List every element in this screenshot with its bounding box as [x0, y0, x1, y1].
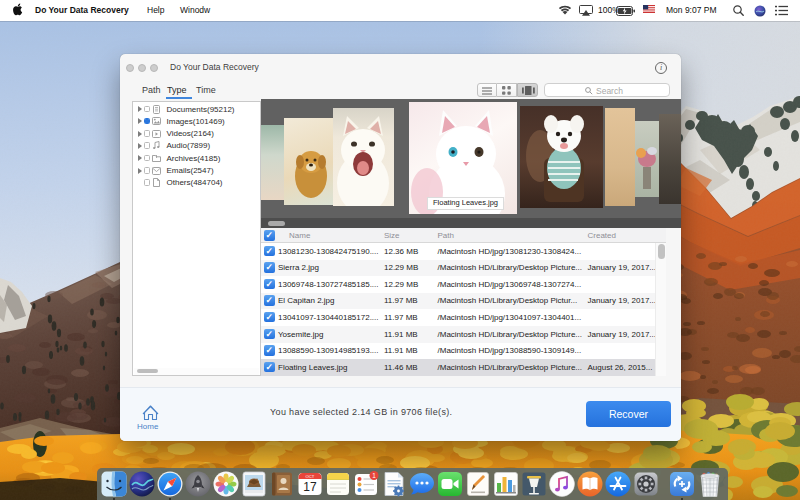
svg-text:OCT: OCT [305, 474, 314, 479]
svg-text:1: 1 [372, 472, 376, 479]
svg-text:17: 17 [303, 480, 317, 494]
